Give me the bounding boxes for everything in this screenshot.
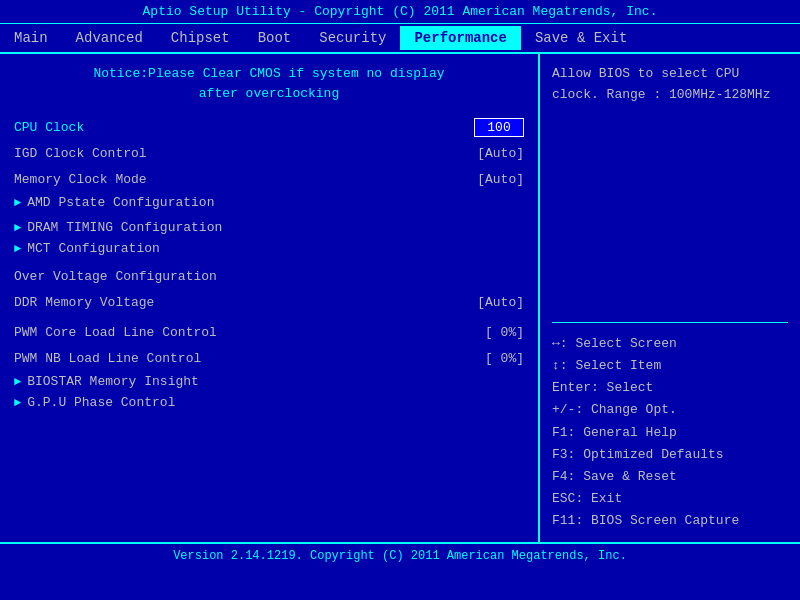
status-text: Version 2.14.1219. Copyright (C) 2011 Am… bbox=[173, 549, 627, 563]
mct-config-submenu[interactable]: ► MCT Configuration bbox=[14, 241, 524, 256]
pwm-core-row: PWM Core Load Line Control [ 0%] bbox=[14, 322, 524, 342]
key-help-item: F11: BIOS Screen Capture bbox=[552, 510, 788, 532]
over-voltage-label: Over Voltage Configuration bbox=[14, 269, 524, 284]
cpu-clock-value[interactable]: 100 bbox=[474, 118, 524, 137]
menu-bar: MainAdvancedChipsetBootSecurityPerforman… bbox=[0, 24, 800, 54]
status-bar: Version 2.14.1219. Copyright (C) 2011 Am… bbox=[0, 544, 800, 568]
dram-timing-label: DRAM TIMING Configuration bbox=[27, 220, 222, 235]
help-text: Allow BIOS to select CPU clock. Range : … bbox=[552, 64, 788, 312]
right-panel: Allow BIOS to select CPU clock. Range : … bbox=[540, 54, 800, 542]
biostar-memory-arrow: ► bbox=[14, 375, 21, 389]
main-content: Notice:Please Clear CMOS if system no di… bbox=[0, 54, 800, 544]
mct-config-arrow: ► bbox=[14, 242, 21, 256]
key-help-item: Enter: Select bbox=[552, 377, 788, 399]
notice-line2: after overclocking bbox=[14, 84, 524, 104]
menu-item-boot[interactable]: Boot bbox=[244, 26, 306, 50]
dram-timing-submenu[interactable]: ► DRAM TIMING Configuration bbox=[14, 220, 524, 235]
memory-clock-label: Memory Clock Mode bbox=[14, 172, 454, 187]
amd-pstate-label: AMD Pstate Configuration bbox=[27, 195, 214, 210]
ddr-voltage-value[interactable]: [Auto] bbox=[454, 295, 524, 310]
key-help-item: F1: General Help bbox=[552, 422, 788, 444]
menu-item-chipset[interactable]: Chipset bbox=[157, 26, 244, 50]
biostar-memory-submenu[interactable]: ► BIOSTAR Memory Insight bbox=[14, 374, 524, 389]
igd-clock-row: IGD Clock Control [Auto] bbox=[14, 143, 524, 163]
notice-line1: Notice:Please Clear CMOS if system no di… bbox=[14, 64, 524, 84]
pwm-nb-label: PWM NB Load Line Control bbox=[14, 351, 454, 366]
key-help-item: ↔: Select Screen bbox=[552, 333, 788, 355]
amd-pstate-submenu[interactable]: ► AMD Pstate Configuration bbox=[14, 195, 524, 210]
left-panel: Notice:Please Clear CMOS if system no di… bbox=[0, 54, 540, 542]
biostar-memory-label: BIOSTAR Memory Insight bbox=[27, 374, 199, 389]
title-text: Aptio Setup Utility - Copyright (C) 2011… bbox=[143, 4, 658, 19]
menu-item-advanced[interactable]: Advanced bbox=[62, 26, 157, 50]
igd-clock-label: IGD Clock Control bbox=[14, 146, 454, 161]
over-voltage-row: Over Voltage Configuration bbox=[14, 266, 524, 286]
pwm-core-value[interactable]: [ 0%] bbox=[454, 325, 524, 340]
pwm-nb-row: PWM NB Load Line Control [ 0%] bbox=[14, 348, 524, 368]
menu-item-save-exit[interactable]: Save & Exit bbox=[521, 26, 641, 50]
divider bbox=[552, 322, 788, 323]
memory-clock-row: Memory Clock Mode [Auto] bbox=[14, 169, 524, 189]
ddr-voltage-row: DDR Memory Voltage [Auto] bbox=[14, 292, 524, 312]
gpu-phase-label: G.P.U Phase Control bbox=[27, 395, 175, 410]
key-help-item: +/-: Change Opt. bbox=[552, 399, 788, 421]
gpu-phase-arrow: ► bbox=[14, 396, 21, 410]
mct-config-label: MCT Configuration bbox=[27, 241, 160, 256]
dram-timing-arrow: ► bbox=[14, 221, 21, 235]
notice-text: Notice:Please Clear CMOS if system no di… bbox=[14, 64, 524, 103]
key-help-item: ESC: Exit bbox=[552, 488, 788, 510]
cpu-clock-label: CPU Clock bbox=[14, 120, 474, 135]
menu-item-main[interactable]: Main bbox=[0, 26, 62, 50]
title-bar: Aptio Setup Utility - Copyright (C) 2011… bbox=[0, 0, 800, 24]
key-help-item: F4: Save & Reset bbox=[552, 466, 788, 488]
menu-item-security[interactable]: Security bbox=[305, 26, 400, 50]
memory-clock-value[interactable]: [Auto] bbox=[454, 172, 524, 187]
key-help: ↔: Select Screen↕: Select ItemEnter: Sel… bbox=[552, 333, 788, 532]
pwm-nb-value[interactable]: [ 0%] bbox=[454, 351, 524, 366]
ddr-voltage-label: DDR Memory Voltage bbox=[14, 295, 454, 310]
cpu-clock-row: CPU Clock 100 bbox=[14, 117, 524, 137]
igd-clock-value[interactable]: [Auto] bbox=[454, 146, 524, 161]
amd-pstate-arrow: ► bbox=[14, 196, 21, 210]
key-help-item: F3: Optimized Defaults bbox=[552, 444, 788, 466]
key-help-item: ↕: Select Item bbox=[552, 355, 788, 377]
menu-item-performance[interactable]: Performance bbox=[400, 26, 520, 50]
pwm-core-label: PWM Core Load Line Control bbox=[14, 325, 454, 340]
gpu-phase-submenu[interactable]: ► G.P.U Phase Control bbox=[14, 395, 524, 410]
